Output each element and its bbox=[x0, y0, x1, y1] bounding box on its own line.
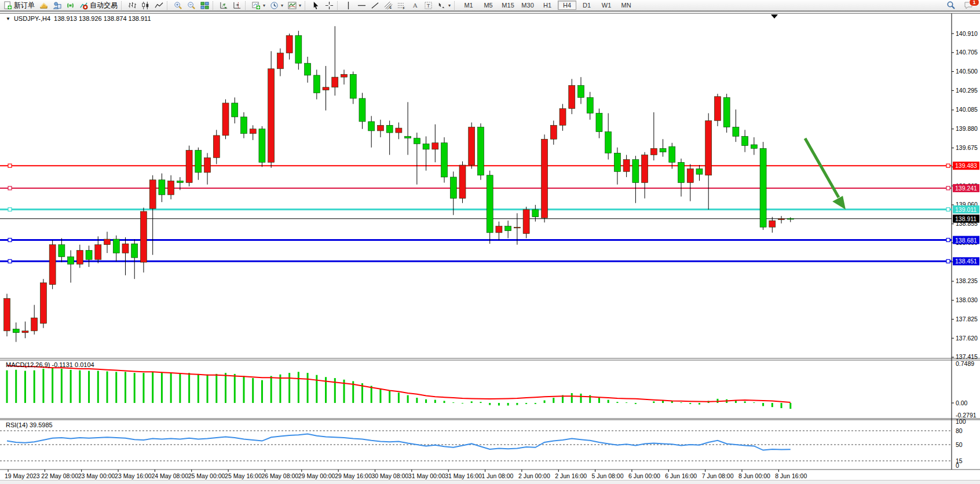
separator bbox=[305, 1, 308, 10]
bar-chart-button[interactable] bbox=[126, 1, 139, 10]
trading-terminal: 新订单 自动交易 bbox=[0, 0, 980, 484]
line-handle[interactable] bbox=[8, 259, 12, 263]
notifications-button[interactable]: 1 bbox=[961, 1, 975, 10]
zoom-in-button[interactable] bbox=[171, 1, 185, 10]
channels-button[interactable]: F bbox=[395, 1, 408, 10]
time-tick-label: 23 May 00:00 bbox=[78, 472, 115, 479]
candle bbox=[542, 134, 548, 222]
chart-canvas[interactable]: 140.910140.705140.500140.295140.085139.8… bbox=[0, 12, 980, 481]
line-handle[interactable] bbox=[8, 164, 12, 167]
rsi-axis-label: 80 bbox=[956, 427, 963, 434]
time-tick-label: 8 Jun 16:00 bbox=[775, 472, 807, 479]
svg-text:T: T bbox=[427, 3, 430, 9]
time-tick-label: 5 Jun 08:00 bbox=[592, 472, 624, 479]
macd-axis-label: 0.00 bbox=[956, 399, 968, 406]
status-strip bbox=[0, 480, 980, 484]
time-tick-label: 1 Jun 08:00 bbox=[482, 472, 514, 479]
time-tick-label: 7 Jun 08:00 bbox=[702, 472, 734, 479]
price-badge-label: 138.911 bbox=[955, 215, 977, 222]
new-order-label: 新订单 bbox=[14, 1, 35, 10]
candle bbox=[760, 142, 766, 230]
timeframe-m5[interactable]: M5 bbox=[479, 1, 498, 10]
timeframe-mn[interactable]: MN bbox=[617, 1, 635, 10]
symbol-quote-line[interactable]: ▼ USDJPY-,H4 138.913 138.926 138.874 138… bbox=[6, 15, 151, 22]
candle bbox=[487, 171, 493, 244]
clock-icon bbox=[270, 1, 279, 10]
timeframe-h4[interactable]: H4 bbox=[558, 1, 576, 10]
time-tick-label: 29 May 00:00 bbox=[298, 472, 335, 479]
line-handle[interactable] bbox=[946, 239, 950, 242]
line-handle[interactable] bbox=[946, 259, 950, 263]
candle bbox=[523, 207, 529, 238]
line-handle[interactable] bbox=[8, 239, 12, 242]
time-tick-label: 24 May 08:00 bbox=[151, 472, 188, 479]
time-tick-label: 30 May 08:00 bbox=[372, 472, 409, 479]
chart-shift-button[interactable] bbox=[231, 1, 244, 10]
candle bbox=[477, 123, 484, 180]
dropdown-caret: ▾ bbox=[299, 3, 301, 8]
history-center-button[interactable] bbox=[37, 1, 50, 10]
line-handle[interactable] bbox=[946, 186, 950, 190]
vertical-line-button[interactable] bbox=[342, 1, 355, 10]
text-label-button[interactable]: T bbox=[422, 1, 435, 10]
macd-label: MACD(12,26,9) -0.1131 0.0104 bbox=[6, 361, 94, 368]
auto-trading-label: 自动交易 bbox=[90, 1, 118, 10]
fibonacci-button[interactable]: E bbox=[382, 1, 395, 10]
candlestick-chart-icon bbox=[141, 1, 150, 10]
candlestick-chart-button[interactable] bbox=[139, 1, 152, 10]
signals-button[interactable] bbox=[64, 1, 77, 10]
price-tick-label: 138.235 bbox=[956, 277, 978, 284]
market-watch-button[interactable] bbox=[50, 1, 64, 10]
timeframe-h1[interactable]: H1 bbox=[538, 1, 557, 10]
channels-icon: F bbox=[397, 1, 406, 10]
time-tick-label: 2 Jun 00:00 bbox=[518, 472, 550, 479]
auto-trading-button[interactable]: 自动交易 bbox=[77, 1, 120, 10]
candle bbox=[723, 94, 730, 133]
timeframe-m15[interactable]: M15 bbox=[499, 1, 517, 10]
symbol-label: USDJPY-,H4 bbox=[14, 15, 50, 22]
timeframe-m30[interactable]: M30 bbox=[518, 1, 537, 10]
svg-text:A: A bbox=[413, 2, 418, 9]
tile-windows-button[interactable] bbox=[198, 1, 211, 10]
new-order-button[interactable]: 新订单 bbox=[1, 1, 37, 10]
dropdown-caret: ▾ bbox=[263, 3, 265, 8]
timeframe-d1[interactable]: D1 bbox=[577, 1, 596, 10]
line-handle[interactable] bbox=[946, 208, 950, 211]
periodicity-button[interactable]: ▾ bbox=[268, 1, 286, 10]
horizontal-line-button[interactable] bbox=[355, 1, 368, 10]
timeframe-w1[interactable]: W1 bbox=[597, 1, 616, 10]
text-button[interactable]: A bbox=[408, 1, 422, 10]
price-tick-label: 139.880 bbox=[956, 125, 978, 132]
line-chart-button[interactable] bbox=[152, 1, 166, 10]
line-handle[interactable] bbox=[946, 164, 950, 167]
zoom-out-button[interactable] bbox=[185, 1, 198, 10]
auto-scroll-button[interactable] bbox=[217, 1, 231, 10]
price-tick-label: 140.705 bbox=[956, 49, 978, 56]
time-tick-label: 23 May 16:00 bbox=[115, 472, 152, 479]
templates-icon bbox=[288, 1, 297, 10]
separator bbox=[245, 1, 248, 10]
crosshair-button[interactable] bbox=[323, 1, 336, 10]
new-chart-icon bbox=[252, 1, 261, 10]
rsi-axis-label: 0 bbox=[956, 462, 959, 469]
timeframe-m1[interactable]: M1 bbox=[459, 1, 478, 10]
search-icon bbox=[946, 1, 956, 10]
timeframe-bar: M1M5M15M30H1H4D1W1MN bbox=[459, 1, 636, 10]
search-button[interactable] bbox=[944, 1, 958, 10]
price-tick-label: 137.825 bbox=[956, 316, 978, 322]
zoom-in-icon bbox=[174, 1, 182, 10]
line-chart-icon bbox=[155, 1, 163, 10]
arrows-button[interactable]: ▾ bbox=[435, 1, 453, 10]
chart-window: ▼ USDJPY-,H4 138.913 138.926 138.874 138… bbox=[0, 11, 980, 484]
line-handle[interactable] bbox=[8, 208, 12, 211]
cursor-button[interactable] bbox=[309, 1, 323, 10]
line-handle[interactable] bbox=[8, 186, 12, 190]
separator bbox=[121, 1, 125, 10]
trendline-button[interactable] bbox=[368, 1, 382, 10]
templates-button[interactable]: ▾ bbox=[286, 1, 303, 10]
time-tick-label: 6 Jun 16:00 bbox=[665, 472, 697, 479]
new-chart-button[interactable]: ▾ bbox=[250, 1, 268, 10]
chart-background bbox=[0, 12, 980, 481]
price-tick-label: 140.500 bbox=[956, 68, 978, 75]
candle bbox=[186, 146, 192, 186]
